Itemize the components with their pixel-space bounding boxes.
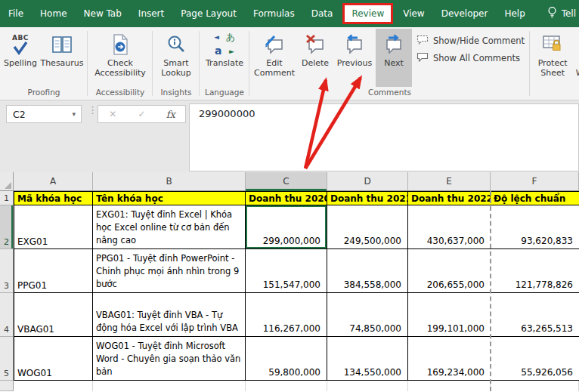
row-number-6-partial[interactable] — [0, 381, 14, 391]
cell-course-name[interactable]: VBAG01: Tuyệt đỉnh VBA - Tự động hóa Exc… — [93, 293, 246, 337]
formula-input[interactable]: 299000000 — [189, 103, 579, 171]
next-comment-icon — [383, 31, 404, 58]
column-header-c-active[interactable]: C — [246, 172, 327, 191]
tab-page-layout[interactable]: Page Layout — [172, 0, 245, 27]
group-label-language[interactable]: Language — [200, 87, 249, 100]
row-number[interactable]: 2 — [0, 205, 14, 249]
formula-bar-area: C2 ▾ ⋮ ✕ ✓ fx 299000000 — [0, 100, 579, 172]
cell-course-name[interactable]: WOG01 - Tuyệt đỉnh Microsoft Word - Chuy… — [93, 337, 246, 381]
column-header-f[interactable]: F — [491, 172, 579, 191]
row-number[interactable]: 4 — [0, 293, 14, 337]
empty-cell[interactable] — [408, 381, 491, 391]
show-hide-comment-button[interactable]: Show/Hide Comment — [416, 35, 525, 47]
thesaurus-book-icon — [51, 31, 73, 58]
next-comment-button[interactable]: Next — [376, 29, 412, 87]
ribbon-review: ABC Spelling Thesaurus Proofing — [0, 27, 579, 100]
header-cell-ten-khoa-hoc[interactable]: Tên khóa học — [93, 191, 246, 205]
group-label-comments[interactable]: Comments — [249, 87, 530, 100]
cell-course-code[interactable]: PPG01 — [14, 249, 93, 293]
empty-cell[interactable] — [327, 381, 408, 391]
tell-me-box[interactable]: Tell — [540, 0, 579, 27]
protect-sheet-button[interactable]: Protect Sheet — [532, 29, 573, 87]
previous-comment-button[interactable]: Previous — [333, 29, 376, 87]
active-cell-c2[interactable]: 299,000,000 — [246, 205, 327, 249]
spelling-icon: ABC — [11, 31, 29, 58]
group-proofing: ABC Spelling Thesaurus Proofing — [0, 27, 88, 100]
select-all-corner[interactable] — [0, 172, 14, 191]
lightbulb-icon — [546, 6, 558, 21]
enter-icon[interactable]: ✓ — [127, 109, 156, 119]
protect-workbook-button[interactable]: Protect Workbook — [573, 29, 579, 87]
name-box[interactable]: C2 ▾ — [6, 105, 82, 123]
cell-course-code[interactable]: VBAG01 — [14, 293, 93, 337]
group-accessibility: Check Accessibility Accessibility — [88, 27, 153, 100]
delete-comment-icon — [305, 31, 326, 58]
tab-developer[interactable]: Developer — [433, 0, 497, 27]
row-number[interactable]: 5 — [0, 337, 14, 381]
cell-revenue-2021[interactable]: 134,550,000 — [327, 337, 408, 381]
insert-function-icon[interactable]: fx — [156, 109, 185, 120]
cell-std-dev[interactable]: 121,778,826 — [491, 249, 579, 293]
empty-cell[interactable] — [491, 381, 579, 391]
row-number-1[interactable]: 1 — [0, 191, 14, 205]
table-row: 3 PPG01 PPG01 - Tuyệt đỉnh PowerPoint - … — [0, 249, 579, 293]
check-accessibility-button[interactable]: Check Accessibility — [90, 29, 150, 87]
tab-new-tab[interactable]: New Tab — [76, 0, 130, 27]
cell-revenue-2021[interactable]: 249,500,000 — [327, 205, 408, 249]
cell-std-dev[interactable]: 55,926,056 — [491, 337, 579, 381]
cell-revenue-2021[interactable]: 74,850,000 — [327, 293, 408, 337]
tab-formulas[interactable]: Formulas — [245, 0, 303, 27]
header-cell-doanh-thu-2020[interactable]: Doanh thu 2020 — [246, 191, 327, 205]
header-cell-doanh-thu-2021[interactable]: Doanh thu 2021 — [327, 191, 408, 205]
tab-view[interactable]: View — [395, 0, 432, 27]
column-header-b[interactable]: B — [93, 172, 246, 191]
translate-button[interactable]: ◄あ a► Translate — [202, 29, 247, 87]
column-header-d[interactable]: D — [327, 172, 408, 191]
group-label-proofing[interactable]: Proofing — [0, 87, 88, 100]
header-cell-do-lech-chuan[interactable]: Độ lệch chuẩn — [491, 191, 579, 205]
group-label-protect-clipped[interactable]: Pro — [530, 87, 579, 100]
thesaurus-button[interactable]: Thesaurus — [39, 29, 85, 87]
cell-std-dev[interactable]: 93,620,833 — [491, 205, 579, 249]
cell-course-name[interactable]: PPG01 - Tuyệt đỉnh PowerPoint - Chinh ph… — [93, 249, 246, 293]
cell-course-code[interactable]: WOG01 — [14, 337, 93, 381]
empty-cell[interactable] — [93, 381, 246, 391]
tab-home[interactable]: Home — [32, 0, 75, 27]
group-label-accessibility[interactable]: Accessibility — [88, 87, 153, 100]
empty-cell[interactable] — [246, 381, 327, 391]
name-box-dropdown-icon[interactable]: ▾ — [72, 110, 81, 118]
cell-revenue-2022[interactable]: 206,655,000 — [408, 249, 491, 293]
cell-course-name[interactable]: EXG01: Tuyệt đỉnh Excel | Khóa học Excel… — [93, 205, 246, 249]
show-all-comments-button[interactable]: Show All Comments — [416, 52, 525, 64]
header-cell-ma-khoa-hoc[interactable]: Mã khóa học — [14, 191, 93, 205]
cell-revenue-2020[interactable]: 59,800,000 — [246, 337, 327, 381]
cell-revenue-2020[interactable]: 116,267,000 — [246, 293, 327, 337]
tab-file[interactable]: File — [0, 0, 32, 27]
cell-revenue-2021[interactable]: 384,558,000 — [327, 249, 408, 293]
cell-course-code[interactable]: EXG01 — [14, 205, 93, 249]
column-headers: A B C D E F — [0, 172, 579, 191]
cell-revenue-2022[interactable]: 169,234,000 — [408, 337, 491, 381]
table-row: 2 EXG01 EXG01: Tuyệt đỉnh Excel | Khóa h… — [0, 205, 579, 249]
group-label-insights[interactable]: Insights — [153, 87, 200, 100]
tab-data[interactable]: Data — [303, 0, 342, 27]
cell-revenue-2022[interactable]: 199,101,000 — [408, 293, 491, 337]
delete-comment-button[interactable]: Delete — [297, 29, 333, 87]
smart-lookup-icon — [166, 31, 187, 58]
cell-revenue-2020[interactable]: 151,547,000 — [246, 249, 327, 293]
cell-revenue-2022[interactable]: 430,637,000 — [408, 205, 491, 249]
column-header-a[interactable]: A — [14, 172, 93, 191]
header-cell-doanh-thu-2022[interactable]: Doanh thu 2022 — [408, 191, 491, 205]
tab-help[interactable]: Help — [496, 0, 533, 27]
spelling-button[interactable]: ABC Spelling — [2, 29, 39, 87]
tab-review-active-highlighted[interactable]: Review — [342, 3, 393, 24]
cancel-icon[interactable]: ✕ — [98, 109, 127, 119]
edit-comment-button[interactable]: Edit Comment — [252, 29, 297, 87]
smart-lookup-button[interactable]: Smart Lookup — [155, 29, 197, 87]
empty-cell[interactable] — [14, 381, 93, 391]
row-number[interactable]: 3 — [0, 249, 14, 293]
column-header-e[interactable]: E — [408, 172, 491, 191]
tab-insert[interactable]: Insert — [130, 0, 172, 27]
table-body: 2 EXG01 EXG01: Tuyệt đỉnh Excel | Khóa h… — [0, 205, 579, 381]
cell-std-dev[interactable]: 63,265,513 — [491, 293, 579, 337]
